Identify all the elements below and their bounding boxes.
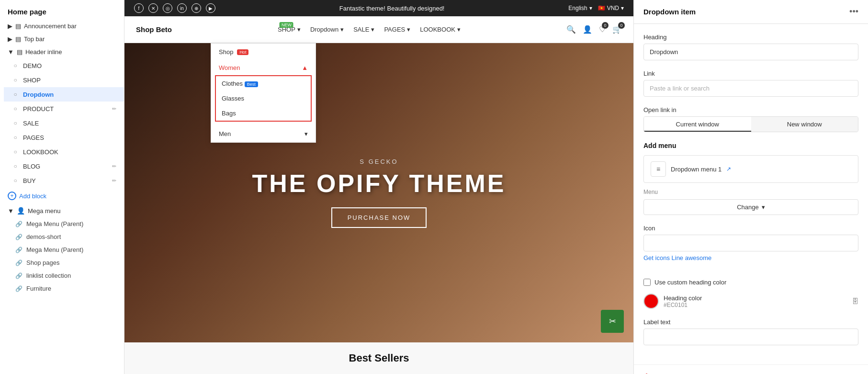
circle-icon: ○ xyxy=(11,76,19,84)
flag-icon: 🇻🇳 xyxy=(598,5,605,11)
custom-heading-color-checkbox[interactable] xyxy=(643,279,651,286)
database-icon[interactable]: 🗄 xyxy=(852,297,858,305)
item-label: Glasses xyxy=(222,95,244,102)
user-icon[interactable]: 👤 xyxy=(583,25,592,34)
menu-card: ≡ Dropdown menu 1 ↗ xyxy=(643,155,858,183)
language-selector[interactable]: English ▾ xyxy=(568,5,592,11)
link-icon: 🔗 xyxy=(15,221,23,227)
sidebar-item-dropdown[interactable]: ○ Dropdown xyxy=(4,87,124,102)
mega-item-1[interactable]: 🔗 demos-short xyxy=(0,230,124,243)
mega-item-label: demos-short xyxy=(26,233,61,240)
link-input[interactable] xyxy=(643,80,858,97)
open-link-field-group: Open link in Current window New window xyxy=(643,106,858,132)
facebook-icon[interactable]: f xyxy=(134,3,144,13)
dropdown-shop-item[interactable]: Shop Hot xyxy=(211,44,316,60)
circle-icon: ○ xyxy=(11,91,19,98)
mega-item-label: Mega Menu (Parent) xyxy=(26,220,83,227)
wishlist-icon[interactable]: ♡ 0 xyxy=(599,25,606,34)
sidebar-item-top-bar[interactable]: ▶ ▤ Top bar xyxy=(0,33,124,45)
sidebar-item-label: Mega menu xyxy=(28,207,61,215)
top-bar-message: Fantastic theme! Beautifully designed! xyxy=(339,5,445,12)
hero-tool-button[interactable]: ✂ xyxy=(601,310,624,333)
nav-item-shop[interactable]: SHOP NEW ▾ xyxy=(278,26,301,33)
mega-item-4[interactable]: 🔗 linklist collection xyxy=(0,269,124,282)
hot-badge: Hot xyxy=(237,49,248,55)
sidebar-item-label: PRODUCT xyxy=(23,105,108,113)
pinterest-icon[interactable]: ⊕ xyxy=(192,3,201,13)
sidebar-item-buy[interactable]: ○ BUY ✏ xyxy=(4,173,124,188)
chevron-down-icon: ▾ xyxy=(340,26,344,33)
linkedin-icon[interactable]: in xyxy=(177,3,187,13)
instagram-icon[interactable]: ◎ xyxy=(163,3,172,13)
nav-item-dropdown[interactable]: Dropdown ▾ xyxy=(310,26,344,33)
mega-item-3[interactable]: 🔗 Shop pages xyxy=(0,256,124,269)
sidebar-item-header-inline[interactable]: ▼ ▤ Header inline xyxy=(0,45,124,58)
currency-selector[interactable]: 🇻🇳 VND ▾ xyxy=(598,5,624,11)
mega-item-5[interactable]: 🔗 Furniture xyxy=(0,282,124,295)
store-top-bar: f ✕ ◎ in ⊕ ▶ Fantastic theme! Beautifull… xyxy=(124,0,633,16)
external-link-icon[interactable]: ↗ xyxy=(726,166,731,172)
icon-label: Icon xyxy=(643,225,858,232)
link-icon: 🔗 xyxy=(15,247,23,253)
search-icon[interactable]: 🔍 xyxy=(566,25,576,34)
nav-icons: 🔍 👤 ♡ 0 🛒 0 xyxy=(566,25,622,34)
youtube-icon[interactable]: ▶ xyxy=(206,3,215,13)
item-label: Clothes xyxy=(222,80,243,87)
heading-color-swatch[interactable] xyxy=(643,294,659,309)
sidebar-item-blog[interactable]: ○ BLOG ✏ xyxy=(4,159,124,173)
circle-icon: ○ xyxy=(11,177,19,184)
menu-grid-icon: ≡ xyxy=(651,161,666,177)
sidebar-item-shop[interactable]: ○ SHOP xyxy=(4,73,124,87)
icon-input[interactable] xyxy=(643,235,858,251)
sidebar-item-label: PAGES xyxy=(23,134,116,141)
hero-button[interactable]: PURCHASE NOW xyxy=(331,207,427,228)
menu-card-left: ≡ Dropdown menu 1 ↗ xyxy=(651,161,731,177)
sub-item-glasses[interactable]: Glasses xyxy=(216,91,311,106)
sidebar-item-label: Announcement bar xyxy=(24,23,77,30)
mega-item-0[interactable]: 🔗 Mega Menu (Parent) xyxy=(0,217,124,230)
main-canvas: f ✕ ◎ in ⊕ ▶ Fantastic theme! Beautifull… xyxy=(124,0,633,374)
current-window-button[interactable]: Current window xyxy=(644,117,751,132)
sidebar-item-product[interactable]: ○ PRODUCT ✏ xyxy=(4,102,124,116)
add-block-button[interactable]: + Add block xyxy=(0,188,124,204)
edit-icon[interactable]: ✏ xyxy=(112,106,116,112)
best-sellers-section: Best Sellers xyxy=(124,342,633,374)
sidebar-item-sale[interactable]: ○ SALE xyxy=(4,116,124,130)
nav-item-sale[interactable]: SALE ▾ xyxy=(353,26,374,33)
color-name: Heading color xyxy=(664,295,847,302)
nav-item-lookbook[interactable]: LOOKBOOK ▾ xyxy=(420,26,461,33)
item-label: Shop xyxy=(219,48,233,56)
more-options-button[interactable]: ••• xyxy=(849,7,858,17)
sidebar-item-lookbook[interactable]: ○ LOOKBOOK xyxy=(4,145,124,159)
language-arrow-icon: ▾ xyxy=(589,5,592,11)
sidebar-item-demo[interactable]: ○ DEMO xyxy=(4,58,124,73)
get-icons-link[interactable]: Get icons Line awesome xyxy=(643,254,711,261)
new-window-button[interactable]: New window xyxy=(751,117,858,132)
sidebar-item-announcement-bar[interactable]: ▶ ▤ Announcement bar xyxy=(0,20,124,33)
change-button[interactable]: Change ▾ xyxy=(643,199,858,215)
grid-icon: ▤ xyxy=(15,23,21,30)
label-text-input[interactable] xyxy=(643,329,858,345)
currency-arrow-icon: ▾ xyxy=(621,5,624,11)
nav-item-pages[interactable]: PAGES ▾ xyxy=(384,26,410,33)
dropdown-women-header[interactable]: Women ▲ xyxy=(211,60,316,75)
nav-label: PAGES xyxy=(384,26,405,33)
dropdown-men-item[interactable]: Men ▾ xyxy=(211,125,316,142)
sidebar-item-label: BLOG xyxy=(23,163,108,170)
mega-item-label: linklist collection xyxy=(26,272,71,279)
edit-icon[interactable]: ✏ xyxy=(112,163,116,170)
sidebar-item-pages[interactable]: ○ PAGES xyxy=(4,130,124,145)
remove-block-button[interactable]: 🗑 Remove block xyxy=(634,364,868,374)
sidebar-item-mega-menu[interactable]: ▼ 👤 Mega menu xyxy=(0,204,124,217)
sub-item-clothes[interactable]: Clothes Best xyxy=(216,76,311,91)
language-label: English xyxy=(568,5,587,11)
heading-input[interactable] xyxy=(643,44,858,60)
item-label: Bags xyxy=(222,110,236,117)
mega-item-2[interactable]: 🔗 Mega Menu (Parent) xyxy=(0,243,124,256)
twitter-icon[interactable]: ✕ xyxy=(148,3,158,13)
cart-icon[interactable]: 🛒 0 xyxy=(612,25,622,34)
right-panel-header: Dropdown item ••• xyxy=(634,0,868,24)
sub-item-bags[interactable]: Bags xyxy=(216,106,311,121)
edit-icon[interactable]: ✏ xyxy=(112,178,116,184)
women-label: Women xyxy=(219,64,240,71)
